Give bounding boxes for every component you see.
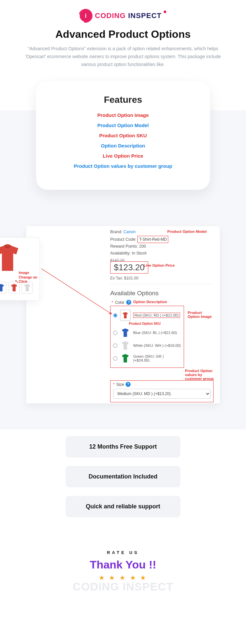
anno-img: Product Option Image	[188, 311, 214, 319]
color-option-label: White (SKU: WH ) (+$18.00)	[133, 344, 181, 347]
support-section: 12 Months Free SupportDocumentation Incl…	[0, 430, 246, 537]
feature-item[interactable]: Product Option Image	[46, 112, 200, 118]
anno-liveprice: Live Option Price	[144, 263, 175, 267]
color-radio[interactable]	[113, 331, 117, 335]
anno-image-change: Image Change on Click	[19, 271, 39, 284]
thumb-image[interactable]	[0, 282, 7, 294]
logo-text: CODING INSPECT	[95, 11, 161, 20]
svg-line-0	[41, 269, 112, 314]
ex-tax: Ex Tax: $101.00	[110, 276, 138, 280]
arrow-line-icon	[41, 269, 117, 321]
color-option-label: Blue (SKU: BL ) (+$21.60)	[133, 331, 177, 335]
rate-section: RATE US Thank You !! ★ ★ ★ ★ ★ CODING IN…	[0, 537, 246, 613]
size-area: *Size ? Medium (SKU: MD ) (+$13.20)	[110, 380, 214, 402]
anno-custgrp: Product Option values by customer group	[185, 369, 218, 381]
divider	[110, 284, 212, 284]
arrow-icon: ↖	[15, 279, 19, 284]
features-title: Features	[46, 95, 200, 105]
rate-label: RATE US	[0, 550, 246, 555]
feature-item[interactable]: Product Option SKU	[46, 133, 200, 138]
features-card: Features Product Option ImageProduct Opt…	[36, 81, 210, 190]
anno-sku: Product Option SKU	[129, 322, 181, 325]
available-options-title: Available Options	[110, 290, 159, 297]
brand-link[interactable]: Canon	[123, 230, 135, 234]
color-radio[interactable]	[113, 344, 117, 348]
color-option-label: Green (SKU: GR ) (+$24.00)	[133, 354, 181, 362]
shirt-icon	[120, 340, 131, 351]
page-title: Advanced Product Options	[55, 28, 191, 40]
image-side-panel: Image Change on Click ↖	[0, 238, 39, 300]
logo-icon: i	[80, 10, 92, 22]
logo: i CODING INSPECT	[80, 10, 166, 22]
color-option-label: Red (SKU: RD ) (+$12.00)	[133, 313, 180, 318]
feature-item[interactable]: Product Option values by customer group	[46, 163, 200, 169]
color-label: *Color ?	[112, 300, 131, 305]
shirt-icon	[120, 353, 131, 364]
support-card: Quick and reliable support	[66, 496, 180, 517]
help-icon[interactable]: ?	[126, 382, 131, 387]
color-option-row[interactable]: Blue (SKU: BL ) (+$21.60)	[113, 327, 181, 338]
product-code-box: T-Shirt-Red-MD	[137, 236, 168, 243]
main-product-image	[0, 241, 23, 274]
color-radio[interactable]	[113, 313, 117, 318]
logo-dot-icon	[164, 11, 166, 13]
color-option-row[interactable]: Green (SKU: GR ) (+$24.00)	[113, 353, 181, 364]
ghost-brand: CODING INSPECT	[0, 580, 246, 593]
size-label: *Size ?	[113, 382, 211, 387]
support-card: 12 Months Free Support	[66, 436, 180, 457]
anno-optdesc: Option Description	[133, 300, 167, 304]
page-description: "Advanced Product Options" extension is …	[18, 45, 228, 68]
size-select[interactable]: Medium (SKU: MD ) (+$13.20)	[113, 389, 211, 399]
feature-item[interactable]: Product Option Model	[46, 122, 200, 128]
shirt-icon	[120, 327, 131, 338]
help-icon[interactable]: ?	[126, 300, 131, 305]
color-options-box: Red (SKU: RD ) (+$12.00)Product Option S…	[110, 306, 184, 368]
color-radio[interactable]	[113, 356, 117, 361]
price-box: $123.20	[110, 261, 148, 274]
feature-item[interactable]: Option Description	[46, 143, 200, 148]
thank-you: Thank You !!	[0, 558, 246, 571]
feature-item[interactable]: Live Option Price	[46, 153, 200, 159]
support-card: Documentation Included	[66, 466, 180, 487]
color-option-row[interactable]: White (SKU: WH ) (+$18.00)	[113, 340, 181, 351]
shirt-icon	[120, 310, 131, 321]
color-option-row[interactable]: Red (SKU: RD ) (+$12.00)	[113, 310, 181, 321]
product-meta: Brand: Canon Product Code: T-Shirt-Red-M…	[110, 229, 168, 264]
anno-model: Product Option Model	[167, 230, 207, 233]
product-diagram: Brand: Canon Product Code: T-Shirt-Red-M…	[26, 226, 220, 403]
